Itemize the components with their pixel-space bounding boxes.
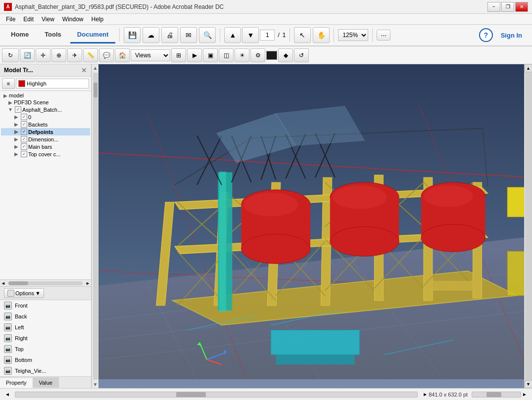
expand-icon: ▶ <box>13 114 20 120</box>
3d-wireframe-button[interactable]: ◫ <box>219 48 234 62</box>
rs-down-arrow[interactable]: ▼ <box>525 380 532 388</box>
view-item-top[interactable]: 📷 Top <box>0 344 91 355</box>
view-item-right[interactable]: 📷 Right <box>0 333 91 344</box>
status-scroll-thumb[interactable] <box>176 392 206 397</box>
scroll-up-arrow[interactable]: ▲ <box>92 64 99 72</box>
3d-comment-button[interactable]: 💬 <box>99 48 114 62</box>
status-scrollbar-horizontal[interactable] <box>15 392 418 398</box>
menu-window[interactable]: Window <box>58 15 88 24</box>
tree-checkbox[interactable]: ✓ <box>21 136 27 142</box>
tree-checkbox[interactable]: ✓ <box>21 129 27 135</box>
tree-item-dimension[interactable]: ▶ ✓ Dimension... <box>1 135 90 143</box>
rs-track[interactable] <box>525 72 532 380</box>
tree-content[interactable]: ▶ model ▶ PDF3D Scene ▼ ✓ Asphalt_Batch.… <box>0 91 91 279</box>
tree-item-0[interactable]: ▶ ✓ 0 <box>1 113 90 121</box>
top-toolbar: Home Tools Document 💾 ☁ 🖨 ✉ 🔍 ▲ ▼ / 1 ↖ … <box>0 25 532 46</box>
3d-lighting-button[interactable]: ☀ <box>235 48 249 62</box>
hand-button[interactable]: ✋ <box>313 27 330 43</box>
view-item-front[interactable]: 📷 Front <box>0 300 91 311</box>
tree-scrollbar-horizontal[interactable]: ◄ ► <box>0 279 91 286</box>
h-scroll-thumb[interactable] <box>8 281 28 285</box>
3d-rotate-button[interactable]: ↻ <box>2 48 19 62</box>
3d-more-button[interactable]: ◆ <box>278 48 293 62</box>
next-page-button[interactable]: ▼ <box>242 27 259 43</box>
status-thumb-right[interactable] <box>486 392 501 397</box>
3d-measure-button[interactable]: 📏 <box>83 48 98 62</box>
h-scroll-left[interactable]: ◄ <box>0 281 6 286</box>
status-scroll-right[interactable] <box>472 392 521 398</box>
camera-icon: 📷 <box>4 312 12 320</box>
color-swatch[interactable] <box>266 51 277 60</box>
email-button[interactable]: ✉ <box>180 27 197 43</box>
close-button[interactable]: ✕ <box>515 2 528 12</box>
3d-spin-button[interactable]: 🔄 <box>20 48 35 62</box>
tree-checkbox[interactable]: ✓ <box>21 121 27 128</box>
tab-value[interactable]: Value <box>33 377 59 388</box>
tree-item-pdf3d[interactable]: ▶ PDF3D Scene <box>1 99 90 106</box>
help-button[interactable]: ? <box>479 28 493 42</box>
panel-scrollbar[interactable]: ▲ ▼ <box>92 64 98 388</box>
tab-home[interactable]: Home <box>4 27 36 44</box>
panel-title: Model Tr... <box>4 67 33 74</box>
status-scroll-right-btn[interactable]: ► <box>422 392 429 397</box>
views-select[interactable]: Views <box>131 49 170 61</box>
search-button[interactable]: 🔍 <box>199 27 216 43</box>
3d-settings-button[interactable]: ⚙ <box>250 48 265 62</box>
tree-item-backets[interactable]: ▶ ✓ Backets <box>1 121 90 128</box>
3d-grid-button[interactable]: ⊞ <box>171 48 186 62</box>
3d-rotate2-button[interactable]: ↺ <box>294 48 309 62</box>
view-item-bottom[interactable]: 📷 Bottom <box>0 355 91 365</box>
more-tools-button[interactable]: ··· <box>377 30 390 41</box>
status-scroll-left[interactable]: ◄ <box>4 392 11 397</box>
zoom-select[interactable]: 125% 100% 150% <box>338 29 368 41</box>
page-input[interactable] <box>260 30 275 41</box>
tab-tools[interactable]: Tools <box>38 27 68 44</box>
cloud-button[interactable]: ☁ <box>143 27 159 43</box>
scroll-track[interactable] <box>93 73 98 380</box>
tree-checkbox[interactable]: ✓ <box>21 143 27 150</box>
h-scroll-right[interactable]: ► <box>85 281 91 286</box>
options-button[interactable]: Options ▼ <box>4 288 44 298</box>
status-dimensions: 841.0 x 632.0 pt <box>429 392 472 398</box>
scroll-thumb[interactable] <box>94 83 97 97</box>
tree-checkbox[interactable]: ✓ <box>21 151 27 157</box>
minimize-button[interactable]: − <box>487 2 500 12</box>
tree-item-asphalt[interactable]: ▼ ✓ Asphalt_Batch... <box>1 106 90 113</box>
tab-document[interactable]: Document <box>70 27 116 44</box>
3d-fly-button[interactable]: ✈ <box>67 48 82 62</box>
rs-up-arrow[interactable]: ▲ <box>525 64 532 72</box>
viewport-scrollbar[interactable]: ▲ ▼ <box>524 64 532 388</box>
3d-home-button[interactable]: 🏠 <box>115 48 130 62</box>
tree-item-mainbars[interactable]: ▶ ✓ Main bars <box>1 143 90 150</box>
status-scroll-far-right[interactable]: ► <box>521 392 528 397</box>
3d-play-button[interactable]: ▶ <box>187 48 202 62</box>
tree-tool-1[interactable]: ≡ <box>2 78 15 89</box>
view-item-back[interactable]: 📷 Back <box>0 311 91 322</box>
panel-close-button[interactable]: ✕ <box>81 66 87 74</box>
scroll-down-arrow[interactable]: ▼ <box>92 381 99 388</box>
view-item-left[interactable]: 📷 Left <box>0 322 91 333</box>
tab-property[interactable]: Property <box>0 377 33 388</box>
sep3 <box>290 28 290 42</box>
3d-pan-button[interactable]: ✛ <box>36 48 50 62</box>
viewport[interactable]: ▲ ▼ <box>98 64 532 388</box>
tree-checkbox[interactable]: ✓ <box>21 114 27 120</box>
camera-icon: 📷 <box>4 345 12 353</box>
menu-view[interactable]: View <box>38 15 58 24</box>
tree-item-model[interactable]: ▶ model <box>1 92 90 99</box>
3d-zoom-button[interactable]: ⊕ <box>51 48 66 62</box>
restore-button[interactable]: ❒ <box>501 2 514 12</box>
menu-file[interactable]: File <box>2 15 19 24</box>
prev-page-button[interactable]: ▲ <box>224 27 241 43</box>
tree-checkbox[interactable]: ✓ <box>15 106 21 113</box>
save-button[interactable]: 💾 <box>124 27 141 43</box>
3d-object-button[interactable]: ▣ <box>203 48 218 62</box>
select-button[interactable]: ↖ <box>294 27 311 43</box>
view-item-teigha[interactable]: 📷 Teigha_Vie... <box>0 365 91 376</box>
tree-item-defpoints[interactable]: ▶ ✓ Defpoints <box>1 128 90 135</box>
tree-item-topcover[interactable]: ▶ ✓ Top cover c... <box>1 150 90 158</box>
menu-edit[interactable]: Edit <box>19 15 38 24</box>
sign-in-button[interactable]: Sign In <box>495 30 528 41</box>
print-button[interactable]: 🖨 <box>161 27 178 43</box>
menu-help[interactable]: Help <box>88 15 108 24</box>
